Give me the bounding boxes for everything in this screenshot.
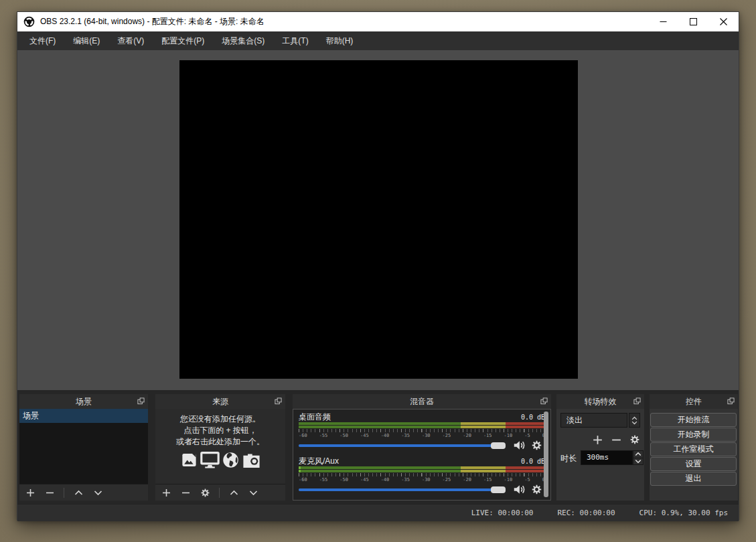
- start-streaming-button[interactable]: 开始推流: [650, 413, 737, 427]
- tick-label: -5: [524, 477, 530, 482]
- duration-decrease-button[interactable]: [633, 458, 643, 465]
- remove-transition-button[interactable]: [611, 434, 621, 445]
- studio-mode-button[interactable]: 工作室模式: [650, 442, 737, 456]
- duration-label: 时长: [560, 453, 577, 464]
- settings-button[interactable]: 设置: [650, 457, 737, 471]
- scenes-toolbar: [19, 484, 148, 501]
- mixer-panel: 桌面音频 0.0 dB -60 -55 -50 -45 -40 -35 -30 …: [293, 409, 551, 501]
- volume-slider-handle[interactable]: [491, 486, 506, 493]
- meter-tickmarks: [299, 429, 545, 432]
- tick-label: -50: [339, 433, 348, 438]
- controls-panel-title: 控件: [686, 396, 702, 408]
- maximize-button[interactable]: [678, 12, 708, 31]
- controls-panel: 开始推流 开始录制 工作室模式 设置 退出: [650, 409, 738, 501]
- mute-button[interactable]: [513, 484, 526, 498]
- gear-icon: [531, 484, 542, 495]
- tick-label: -25: [443, 477, 451, 482]
- scene-list-item[interactable]: 场景: [19, 409, 148, 423]
- transition-select[interactable]: 淡出: [560, 413, 627, 428]
- gear-icon: [629, 434, 640, 445]
- close-icon: [720, 18, 727, 25]
- menu-edit[interactable]: 编辑(E): [64, 31, 108, 51]
- menu-file[interactable]: 文件(F): [21, 31, 64, 51]
- toolbar-separator: [64, 488, 64, 498]
- minus-icon: [181, 488, 190, 497]
- obs-window: OBS 23.2.1 (64-bit, windows) - 配置文件: 未命名…: [17, 11, 739, 521]
- tick-label: -20: [463, 433, 471, 438]
- tick-label: -30: [422, 477, 431, 482]
- source-properties-button[interactable]: [200, 487, 210, 498]
- meter-tick-labels: -60 -55 -50 -45 -40 -35 -30 -25 -20 -15 …: [299, 477, 545, 482]
- move-source-up-button[interactable]: [228, 487, 239, 498]
- preview-canvas[interactable]: [179, 60, 578, 379]
- image-source-icon: [180, 451, 198, 469]
- obs-logo-icon: [23, 16, 35, 27]
- cpu-fps-stats: CPU: 0.9%, 30.00 fps: [639, 509, 728, 517]
- add-scene-button[interactable]: [25, 487, 35, 498]
- move-scene-down-button[interactable]: [92, 487, 103, 498]
- channel-head: 桌面音频 0.0 dB: [299, 412, 545, 422]
- mute-button[interactable]: [513, 440, 526, 454]
- volume-slider-handle[interactable]: [491, 442, 506, 449]
- add-transition-button[interactable]: [592, 434, 603, 445]
- transition-properties-button[interactable]: [629, 434, 640, 445]
- menu-view[interactable]: 查看(V): [108, 31, 153, 51]
- chevron-down-icon: [635, 459, 641, 464]
- channel-name: 桌面音频: [299, 412, 331, 423]
- volume-meter: [299, 466, 545, 473]
- menu-profile[interactable]: 配置文件(P): [153, 31, 213, 51]
- meter-bar: [299, 422, 545, 425]
- channel-settings-button[interactable]: [531, 440, 542, 454]
- chevron-down-icon: [94, 490, 102, 496]
- scenes-panel-title: 场景: [76, 396, 92, 408]
- volume-meter: [299, 422, 545, 429]
- mixer-dock-icon: [540, 397, 548, 405]
- start-recording-button[interactable]: 开始录制: [650, 428, 737, 442]
- tick-label: -15: [483, 433, 492, 438]
- display-source-icon: [200, 451, 220, 469]
- menu-tools[interactable]: 工具(T): [273, 31, 317, 51]
- tick-label: -10: [504, 477, 513, 482]
- add-source-button[interactable]: [161, 487, 171, 498]
- minus-icon: [46, 488, 54, 497]
- transitions-panel-title: 转场特效: [585, 396, 617, 408]
- minus-icon: [611, 435, 621, 445]
- preview-area: [17, 50, 739, 390]
- volume-slider-fill: [299, 444, 496, 447]
- live-time: LIVE: 00:00:00: [471, 509, 534, 517]
- sources-panel[interactable]: 您还没有添加任何源。 点击下面的 + 按钮， 或者右击此处添加一个。: [155, 409, 285, 501]
- duration-input[interactable]: 300ms: [581, 450, 633, 465]
- speaker-icon: [513, 484, 526, 495]
- plus-icon: [162, 488, 171, 497]
- transitions-dock-icon: [633, 397, 641, 405]
- tick-label: -55: [319, 433, 328, 438]
- minimize-button[interactable]: [648, 12, 678, 31]
- desktop-background: OBS 23.2.1 (64-bit, windows) - 配置文件: 未命名…: [0, 0, 756, 542]
- menu-scene-collection[interactable]: 场景集合(S): [213, 31, 273, 51]
- remove-scene-button[interactable]: [44, 487, 55, 498]
- tick-label: -60: [299, 433, 307, 438]
- scenes-panel-header: 场景: [19, 394, 148, 409]
- exit-button[interactable]: 退出: [650, 472, 737, 486]
- minimize-icon: [660, 18, 667, 25]
- channel-settings-button[interactable]: [531, 484, 542, 498]
- sources-panel-title: 来源: [212, 396, 228, 408]
- close-button[interactable]: [708, 12, 739, 31]
- title-bar: OBS 23.2.1 (64-bit, windows) - 配置文件: 未命名…: [17, 12, 739, 31]
- channel-db-value: 0.0 dB: [521, 458, 545, 465]
- tick-label: -45: [360, 433, 369, 438]
- source-type-icons: [155, 451, 285, 469]
- menu-help[interactable]: 帮助(H): [317, 31, 362, 51]
- transitions-panel-header: 转场特效: [556, 394, 644, 409]
- chevron-up-icon: [631, 416, 637, 420]
- move-scene-up-button[interactable]: [73, 487, 84, 498]
- mixer-channel-mic-aux: 麦克风/Aux 0.0 dB -60 -55 -50 -45 -40 -35: [299, 456, 545, 495]
- tick-label: -25: [443, 433, 451, 438]
- move-source-down-button[interactable]: [248, 487, 258, 498]
- mixer-scrollbar[interactable]: [544, 412, 548, 497]
- transition-select-spinner[interactable]: [629, 413, 640, 428]
- remove-source-button[interactable]: [180, 487, 191, 498]
- duration-increase-button[interactable]: [633, 451, 643, 458]
- tick-label: -20: [463, 477, 471, 482]
- chevron-down-icon: [631, 421, 637, 425]
